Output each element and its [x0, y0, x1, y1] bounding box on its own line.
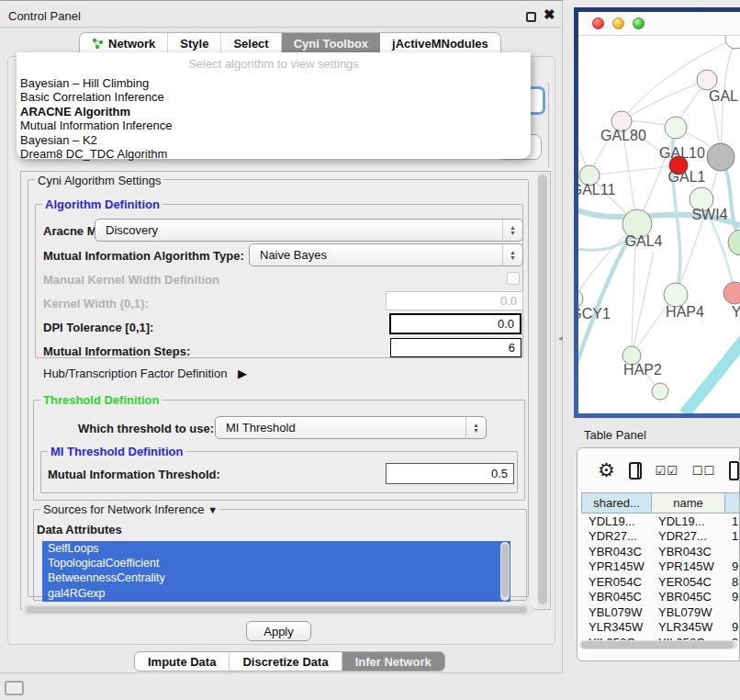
group-border-fragment	[548, 83, 549, 167]
algorithm-dropdown-item[interactable]: Bayesian – Hill Climbing	[17, 76, 531, 90]
table-row[interactable]: YLR345WYLR345W9.	[581, 620, 740, 636]
algorithm-dropdown-item[interactable]: ARACNE Algorithm	[17, 105, 531, 119]
dpi-tolerance-input[interactable]: 0.0	[389, 313, 521, 334]
mi-threshold-input[interactable]: 0.5	[386, 463, 514, 484]
kernel-width-input[interactable]: 0.0	[386, 291, 523, 310]
tab-network[interactable]: Network	[80, 33, 168, 53]
panel-divider-handle[interactable]: ◂	[558, 333, 563, 343]
network-node-label: GAL10	[659, 145, 705, 161]
network-edge[interactable]	[622, 80, 707, 121]
network-node[interactable]	[578, 289, 583, 308]
tab-cyni-toolbox[interactable]: Cyni Toolbox	[282, 33, 380, 53]
table-horizontal-scrollbar-thumb[interactable]	[581, 641, 734, 649]
network-node-label: GAL4	[625, 233, 663, 249]
network-node[interactable]	[728, 230, 740, 255]
table-row[interactable]: YBR043CYBR043C	[581, 544, 740, 559]
table-column-header[interactable]: name	[651, 492, 724, 514]
settings-vertical-scrollbar-thumb[interactable]	[538, 175, 547, 604]
close-icon[interactable]: ✖	[544, 6, 555, 23]
tab-discretize-data[interactable]: Discretize Data	[230, 652, 342, 671]
algorithm-dropdown-item[interactable]: Bayesian – K2	[17, 133, 531, 147]
network-node[interactable]	[697, 70, 717, 90]
hub-definition-label: Hub/Transcription Factor Definition	[43, 367, 227, 380]
tab-select[interactable]: Select	[221, 33, 281, 53]
tab-infer-network[interactable]: Infer Network	[342, 652, 444, 671]
network-node-label: GAL1	[668, 169, 706, 185]
data-attribute-item[interactable]: TopologicalCoefficient	[42, 556, 510, 570]
network-node-label: GAL80	[600, 128, 646, 143]
traffic-light-close-icon[interactable]	[592, 17, 604, 29]
which-threshold-combobox[interactable]: MI Threshold ▲▼	[215, 416, 487, 439]
table-row[interactable]: YDL19...YDL19...13	[581, 514, 740, 529]
settings-horizontal-scrollbar[interactable]	[22, 604, 534, 615]
data-attribute-item[interactable]: gal4RGexp	[42, 586, 510, 601]
network-graph[interactable]: GALGAL80GAL10GAL1GAL11SWI4GAL4GCY1HAP4YH…	[578, 36, 740, 413]
table-cell: YBR043C	[651, 544, 724, 559]
control-panel-title: Control Panel	[8, 9, 81, 23]
tab-jactivemnodules[interactable]: jActiveMNodules	[380, 33, 500, 53]
algorithm-dropdown-list: Bayesian – Hill ClimbingBasic Correlatio…	[17, 76, 531, 161]
data-attribute-item[interactable]: BetweennessCentrality	[42, 570, 510, 585]
traffic-light-zoom-icon[interactable]	[633, 17, 645, 29]
which-threshold-label: Which threshold to use:	[78, 422, 214, 435]
float-window-icon[interactable]	[526, 12, 536, 22]
deselect-all-icon[interactable]: ☐☐	[692, 464, 715, 478]
network-node[interactable]	[707, 143, 734, 171]
mi-algorithm-type-combobox[interactable]: Naive Bayes ▲▼	[249, 243, 523, 266]
table-cell: YBR045C	[581, 590, 651, 605]
table-column-header[interactable]	[724, 492, 740, 514]
table-cell: YLR345W	[651, 620, 724, 636]
columns-icon[interactable]	[629, 462, 642, 480]
manual-kernel-width-checkbox[interactable]	[507, 272, 520, 285]
data-attribute-item[interactable]: SelfLoops	[42, 541, 510, 556]
table-column-header[interactable]: shared...	[581, 492, 651, 514]
threshold-definition-title: Threshold Definition	[40, 393, 162, 407]
settings-horizontal-scrollbar-thumb[interactable]	[26, 606, 527, 614]
file-icon[interactable]	[729, 461, 739, 480]
mi-steps-input[interactable]: 6	[390, 338, 521, 357]
network-node[interactable]	[652, 383, 668, 400]
algorithm-definition-title: Algorithm Definition	[42, 198, 163, 211]
network-node[interactable]	[665, 117, 687, 139]
table-row[interactable]: YER054CYER054C8.	[581, 574, 740, 590]
network-edge[interactable]	[589, 165, 678, 175]
algorithm-dropdown-item[interactable]: Mutual Information Inference	[17, 119, 531, 132]
table-panel-title: Table Panel	[584, 428, 646, 442]
attributes-list-scrollbar-thumb[interactable]	[501, 544, 509, 597]
table-horizontal-scrollbar[interactable]	[579, 640, 737, 649]
mi-threshold-label: Mutual Information Threshold:	[48, 468, 220, 481]
tab-style[interactable]: Style	[168, 33, 221, 53]
cyni-algorithm-settings-title: Cyni Algorithm Settings	[35, 174, 163, 187]
network-node[interactable]	[723, 282, 740, 304]
traffic-light-minimize-icon[interactable]	[612, 17, 624, 29]
network-edge[interactable]	[684, 332, 740, 413]
table-row[interactable]: YPR145WYPR145W9.	[581, 559, 740, 575]
gear-icon[interactable]: ⚙	[598, 459, 615, 481]
algorithm-dropdown-item[interactable]: Dream8 DC_TDC Algorithm	[17, 147, 531, 161]
network-window-titlebar[interactable]	[578, 12, 740, 36]
table-row[interactable]: YDR27...YDR27...12	[581, 529, 740, 545]
select-all-icon[interactable]: ☑☑	[656, 464, 678, 478]
attributes-list-scrollbar[interactable]	[500, 542, 510, 601]
tab-impute-data[interactable]: Impute Data	[135, 652, 230, 671]
data-attributes-list[interactable]: SelfLoopsTopologicalCoefficientBetweenne…	[42, 541, 510, 602]
sources-group-title[interactable]: Sources for Network Inference ▼	[40, 502, 220, 516]
network-view-window: GALGAL80GAL10GAL1GAL11SWI4GAL4GCY1HAP4YH…	[574, 7, 740, 418]
algorithm-dropdown-item[interactable]: Basic Correlation Inference	[17, 90, 531, 104]
aracne-mode-combobox[interactable]: Discovery ▲▼	[95, 219, 523, 242]
network-node[interactable]	[725, 36, 740, 49]
collapsed-panel-icon[interactable]	[5, 681, 24, 695]
network-edge[interactable]	[622, 39, 735, 121]
table-cell: 13	[724, 514, 740, 529]
tab-impute-data-label: Impute Data	[148, 655, 216, 669]
network-canvas[interactable]: GALGAL80GAL10GAL1GAL11SWI4GAL4GCY1HAP4YH…	[578, 36, 740, 413]
mi-algorithm-type-value: Naive Bayes	[250, 248, 502, 262]
table-row[interactable]: YBR045CYBR045C9.	[581, 590, 740, 605]
table-row[interactable]: YBL079WYBL079W	[581, 604, 740, 620]
apply-button[interactable]: Apply	[246, 621, 311, 641]
table-cell: YDL19...	[581, 514, 651, 529]
table-cell: 12	[724, 529, 740, 545]
table-cell: YBL079W	[651, 604, 724, 620]
tab-select-label: Select	[233, 37, 268, 51]
hub-definition-toggle[interactable]: Hub/Transcription Factor Definition ▶	[43, 367, 247, 380]
